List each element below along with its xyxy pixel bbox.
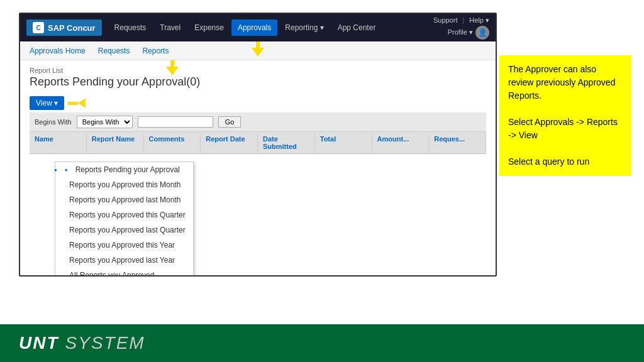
nav-app-center[interactable]: App Center <box>331 19 382 36</box>
report-list-title: Reports Pending your Approval(0) <box>30 75 486 89</box>
top-right-nav: Support | Help ▾ <box>433 16 489 25</box>
toolbar: View ▾ <box>30 94 486 112</box>
th-name: Name <box>30 134 87 151</box>
help-link[interactable]: Help ▾ <box>469 16 489 25</box>
top-nav: C SAP Concur Support | Help ▾ Profile ▾ … <box>20 14 496 41</box>
nav-approvals[interactable]: Approvals <box>231 19 277 36</box>
dropdown-item-pending[interactable]: ● Reports Pending your Approval <box>55 162 193 177</box>
nav-requests[interactable]: Requests <box>98 47 130 55</box>
dropdown-item-this-month[interactable]: Reports you Approved this Month <box>55 177 193 192</box>
user-avatar[interactable]: 👤 <box>475 26 489 40</box>
logo-text: SAP Concur <box>48 23 96 33</box>
profile-link[interactable]: Profile ▾ <box>448 28 473 36</box>
logo-icon: C <box>33 22 44 33</box>
support-link[interactable]: Support <box>433 16 458 24</box>
annotation-box: The Approver can also review previously … <box>499 55 631 176</box>
filter-input[interactable] <box>138 116 213 128</box>
nav-items: Requests Travel Expense Approvals Report… <box>108 19 489 36</box>
nav-reports[interactable]: Reports <box>142 47 169 55</box>
th-amount: Amount... <box>372 134 430 151</box>
dropdown-item-last-month[interactable]: Reports you Approved last Month <box>55 192 193 207</box>
bottom-bar: UNT SYSTEM <box>0 324 644 362</box>
table-header: Name Report Name Comments Report Date Da… <box>30 132 486 154</box>
th-report-date: Report Date <box>201 134 258 151</box>
th-total: Total <box>315 134 372 151</box>
view-button[interactable]: View ▾ <box>30 96 64 110</box>
view-arrow-indicator <box>68 98 86 108</box>
nav-travel[interactable]: Travel <box>153 19 187 36</box>
filter-label: Begins With <box>35 118 72 126</box>
report-list-area: Report List Reports Pending your Approva… <box>20 60 496 154</box>
sap-concur-logo: C SAP Concur <box>26 19 102 36</box>
report-list-label: Report List <box>30 67 486 74</box>
main-area: C SAP Concur Support | Help ▾ Profile ▾ … <box>19 13 497 277</box>
system-text: SYSTEM <box>65 333 145 353</box>
dropdown-item-this-quarter[interactable]: Reports you Approved this Quarter <box>55 207 193 222</box>
nav-reporting[interactable]: Reporting ▾ <box>279 19 330 36</box>
unt-text: UNT <box>19 333 59 353</box>
th-date-submitted: Date Submitted <box>258 134 315 151</box>
nav-requests[interactable]: Requests <box>108 19 153 36</box>
go-button[interactable]: Go <box>218 116 242 128</box>
dropdown-item-this-year[interactable]: Reports you Approved this Year <box>55 238 193 253</box>
dropdown-menu: ● Reports Pending your Approval Reports … <box>55 162 194 277</box>
filter-bar: Begins With Begins With Contains Equals … <box>30 112 486 132</box>
nav-approvals-home[interactable]: Approvals Home <box>30 47 86 55</box>
filter-select[interactable]: Begins With Contains Equals <box>77 116 133 128</box>
profile-section: Profile ▾ 👤 <box>448 26 489 40</box>
th-report-name: Report Name <box>87 134 144 151</box>
dropdown-item-last-year[interactable]: Reports you Approved last Year <box>55 253 193 268</box>
nav-divider: | <box>462 16 464 24</box>
th-comments: Comments <box>144 134 201 151</box>
annotation-text: The Approver can also review previously … <box>508 64 618 167</box>
th-reques: Reques... <box>429 134 486 151</box>
dropdown-item-last-quarter[interactable]: Reports you Approved last Quarter <box>55 222 193 238</box>
dropdown-item-all[interactable]: All Reports you Approved <box>55 268 193 277</box>
nav-expense[interactable]: Expense <box>188 19 230 36</box>
